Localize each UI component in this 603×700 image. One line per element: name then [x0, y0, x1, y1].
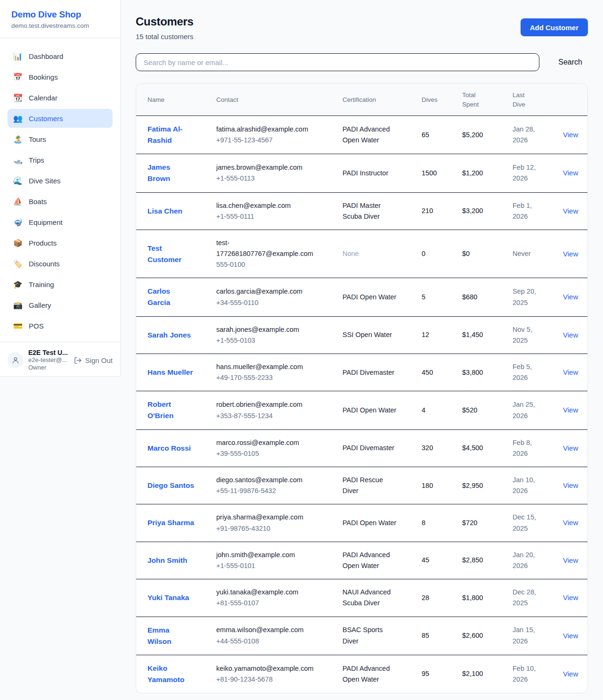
- customer-last-dive: Jan 10, 2026: [513, 467, 556, 504]
- view-link[interactable]: View: [563, 519, 578, 527]
- sidebar-item-equipment[interactable]: 🤿 Equipment: [8, 213, 113, 231]
- view-link[interactable]: View: [563, 670, 578, 678]
- sidebar-item-tours[interactable]: 🏝️ Tours: [8, 130, 113, 148]
- customer-name-link[interactable]: Priya Sharma: [147, 517, 194, 528]
- customer-email: emma.wilson@example.com: [216, 625, 324, 635]
- view-link[interactable]: View: [563, 207, 578, 215]
- customer-total-spent: $5,200: [462, 116, 513, 154]
- col-header-name: Name: [136, 84, 216, 116]
- customer-name-link[interactable]: Sarah Jones: [147, 329, 191, 341]
- col-header-certification: Certification: [342, 84, 422, 116]
- table-row: Diego Santos diego.santos@example.com +5…: [136, 467, 587, 504]
- customer-name-link[interactable]: Robert O'Brien: [147, 399, 195, 421]
- sidebar-item-calendar[interactable]: 📆 Calendar: [8, 88, 113, 107]
- sidebar-item-dive-sites[interactable]: 🌊 Dive Sites: [8, 171, 113, 190]
- sidebar-item-training[interactable]: 🎓 Training: [8, 275, 113, 294]
- customer-phone: +971-55-123-4567: [216, 135, 324, 146]
- customer-total-spent: $2,600: [462, 617, 513, 655]
- user-meta: E2E Test U... e2e-tester@... Owner: [28, 349, 69, 372]
- sidebar-item-pos[interactable]: 💳 POS: [8, 316, 113, 335]
- customer-phone: +1-555-0103: [216, 335, 324, 346]
- sidebar-item-gallery[interactable]: 📸 Gallery: [8, 296, 113, 314]
- customer-name-link[interactable]: Test Customer: [147, 243, 195, 265]
- customer-dives: 1500: [422, 154, 462, 192]
- sidebar-item-label: Trips: [29, 156, 44, 164]
- search-row: Search: [136, 53, 588, 71]
- sidebar-item-products[interactable]: 📦 Products: [8, 233, 113, 252]
- view-link[interactable]: View: [563, 556, 578, 564]
- customer-total-spent: $1,800: [462, 579, 513, 617]
- camera-icon: 📸: [13, 301, 23, 310]
- sidebar-item-label: Equipment: [29, 218, 63, 226]
- table-row: Robert O'Brien robert.obrien@example.com…: [136, 391, 587, 429]
- sidebar-item-trips[interactable]: 🛥️ Trips: [8, 150, 113, 169]
- customer-certification: None: [342, 230, 422, 278]
- customer-certification: PADI Open Water: [342, 504, 422, 542]
- sailboat-icon: ⛵: [13, 197, 23, 206]
- sidebar-item-boats[interactable]: ⛵ Boats: [8, 192, 113, 211]
- customer-name-link[interactable]: Emma Wilson: [147, 625, 195, 647]
- people-icon: 👥: [13, 114, 23, 123]
- customer-certification: PADI Master Scuba Diver: [342, 192, 422, 230]
- table-row: Yuki Tanaka yuki.tanaka@example.com +81-…: [136, 579, 587, 617]
- customer-name-link[interactable]: Keiko Yamamoto: [147, 663, 195, 685]
- search-button[interactable]: Search: [553, 58, 588, 66]
- customer-total-spent: $4,500: [462, 429, 513, 467]
- customer-name-link[interactable]: Yuki Tanaka: [147, 592, 189, 603]
- view-link[interactable]: View: [563, 481, 578, 489]
- customer-total-spent: $2,950: [462, 467, 513, 504]
- customer-email: carlos.garcia@example.com: [216, 286, 324, 297]
- sidebar-item-bookings[interactable]: 📅 Bookings: [8, 67, 113, 86]
- customer-email: marco.rossi@example.com: [216, 437, 324, 448]
- col-header-contact: Contact: [216, 84, 342, 116]
- table-row: Priya Sharma priya.sharma@example.com +9…: [136, 504, 587, 542]
- customer-name-link[interactable]: James Brown: [147, 162, 195, 184]
- customer-last-dive: Dec 28, 2025: [513, 579, 556, 617]
- avatar: [8, 352, 24, 368]
- customer-certification: BSAC Sports Diver: [342, 617, 422, 655]
- customer-name-link[interactable]: Carlos Garcia: [147, 286, 195, 308]
- customer-name-link[interactable]: Marco Rossi: [147, 443, 191, 454]
- view-link[interactable]: View: [563, 593, 578, 601]
- sidebar-item-dashboard[interactable]: 📊 Dashboard: [8, 47, 113, 66]
- customer-phone: +39-555-0105: [216, 448, 324, 459]
- view-link[interactable]: View: [563, 250, 578, 258]
- table-row: Lisa Chen lisa.chen@example.com +1-555-0…: [136, 192, 587, 230]
- customer-email: john.smith@example.com: [216, 550, 324, 560]
- customer-last-dive: Feb 8, 2026: [513, 429, 556, 467]
- customer-last-dive: Jan 28, 2026: [513, 116, 556, 154]
- view-link[interactable]: View: [563, 444, 578, 452]
- add-customer-button[interactable]: Add Customer: [521, 18, 588, 36]
- customer-certification: NAUI Advanced Scuba Diver: [342, 579, 422, 617]
- customer-name-link[interactable]: Hans Mueller: [147, 367, 193, 378]
- sign-out-button[interactable]: Sign Out: [74, 356, 113, 364]
- table-header: Name Contact Certification Dives Total S…: [136, 84, 587, 116]
- customer-certification: PADI Advanced Open Water: [342, 655, 422, 693]
- main-content: Customers 15 total customers Add Custome…: [121, 0, 603, 693]
- user-role: Owner: [28, 364, 69, 371]
- customer-name-link[interactable]: Diego Santos: [147, 480, 194, 491]
- customer-name-link[interactable]: Fatima Al-Rashid: [147, 124, 195, 146]
- view-link[interactable]: View: [563, 632, 578, 640]
- customer-total-spent: $680: [462, 278, 513, 316]
- view-link[interactable]: View: [563, 169, 578, 177]
- customer-dives: 65: [422, 116, 462, 154]
- search-input[interactable]: [136, 53, 539, 71]
- customer-email: james.brown@example.com: [216, 162, 324, 173]
- customer-name-link[interactable]: Lisa Chen: [147, 206, 182, 217]
- user-name: E2E Test U...: [28, 349, 69, 356]
- customer-name-link[interactable]: John Smith: [147, 555, 187, 566]
- customer-email: test-1772681807767@example.com: [216, 238, 324, 259]
- view-link[interactable]: View: [563, 131, 578, 139]
- customer-email: lisa.chen@example.com: [216, 200, 324, 211]
- view-link[interactable]: View: [563, 293, 578, 301]
- sidebar-item-customers[interactable]: 👥 Customers: [8, 109, 113, 128]
- sign-out-icon: [74, 356, 82, 364]
- customer-total-spent: $3,200: [462, 192, 513, 230]
- view-link[interactable]: View: [563, 368, 578, 376]
- col-header-last-dive: Last Dive: [513, 84, 556, 116]
- sidebar-item-discounts[interactable]: 🏷️ Discounts: [8, 254, 113, 273]
- customer-count: 15 total customers: [136, 33, 194, 41]
- view-link[interactable]: View: [563, 406, 578, 414]
- view-link[interactable]: View: [563, 331, 578, 339]
